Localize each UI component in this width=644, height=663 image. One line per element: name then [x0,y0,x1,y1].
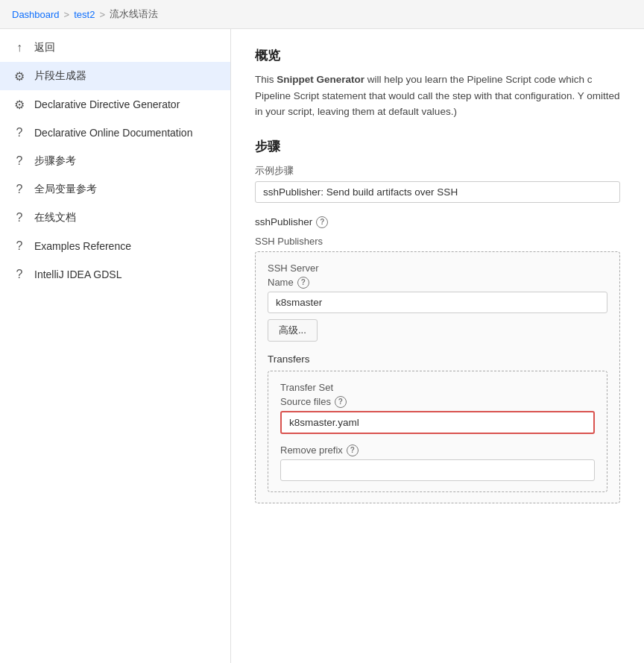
sidebar-item-label-intellij: IntelliJ IDEA GDSL [34,268,122,280]
back-icon: ↑ [12,40,27,55]
breadcrumb-sep-1: > [64,9,70,20]
ssh-publishers-section: SSH Publishers SSH Server Name ? 高级... T… [255,236,620,503]
snippet-bold: Snippet Generator [277,74,364,85]
source-files-row: Source files ? [280,396,595,408]
sidebar-item-back[interactable]: ↑ 返回 [0,34,230,62]
help-icon-global: ? [12,182,27,197]
source-files-label: Source files [280,396,331,407]
ssh-server-name-sub: Name [268,277,294,288]
sidebar-item-steps-ref[interactable]: ? 步骤参考 [0,147,230,175]
ssh-server-name-help-icon[interactable]: ? [297,277,309,289]
steps-title: 步骤 [255,138,620,155]
sidebar-item-label-directive: Declarative Directive Generator [34,98,180,110]
step-section: 示例步骤 sshPublisher: Send build artifacts … [255,164,620,203]
breadcrumb-dashboard[interactable]: Dashboard [12,9,60,20]
ssh-publishers-title: SSH Publishers [255,236,620,247]
sidebar-item-label-snippet: 片段生成器 [34,69,86,83]
ssh-server-label: SSH Server [268,263,319,274]
sidebar: ↑ 返回 ⚙ 片段生成器 ⚙ Declarative Directive Gen… [0,29,231,663]
overview-text: This Snippet Generator will help you lea… [255,72,620,120]
sidebar-item-intellij[interactable]: ? IntelliJ IDEA GDSL [0,260,230,289]
sidebar-item-declarative-directive[interactable]: ⚙ Declarative Directive Generator [0,90,230,119]
ssh-server-name-sub-row: Name ? [268,277,607,289]
source-files-help-icon[interactable]: ? [335,396,347,408]
help-icon-steps: ? [12,154,27,169]
gear-icon-directive: ⚙ [12,97,27,112]
ssh-publisher-help-icon[interactable]: ? [316,216,328,228]
remove-prefix-help-icon[interactable]: ? [347,444,359,456]
sidebar-item-label-back: 返回 [34,41,55,54]
sidebar-item-examples[interactable]: ? Examples Reference [0,232,230,260]
sidebar-item-label-online: Declarative Online Documentation [34,127,192,139]
breadcrumb: Dashboard > test2 > 流水线语法 [0,0,644,29]
sidebar-item-label-doc: 在线文档 [34,211,76,224]
advanced-button[interactable]: 高级... [268,319,318,342]
remove-prefix-label: Remove prefix [280,444,343,456]
ssh-server-name-row: SSH Server [268,263,607,274]
sidebar-item-snippet[interactable]: ⚙ 片段生成器 [0,62,230,90]
help-icon-examples: ? [12,239,27,254]
ssh-publishers-box: SSH Server Name ? 高级... Transfers Transf… [255,251,620,503]
main-content: 概览 This Snippet Generator will help you … [231,29,644,663]
sidebar-item-label-steps: 步骤参考 [34,154,76,168]
ssh-server-name-input[interactable] [268,292,607,313]
breadcrumb-test2[interactable]: test2 [74,9,95,20]
transfers-box: Transfer Set Source files ? Remove prefi… [268,371,607,492]
ssh-publisher-label-text: sshPublisher [255,216,312,227]
gear-icon-snippet: ⚙ [12,69,27,84]
breadcrumb-current: 流水线语法 [110,7,158,21]
remove-prefix-row: Remove prefix ? [280,444,595,456]
breadcrumb-sep-2: > [99,9,105,20]
transfer-set-label: Transfer Set [280,382,333,393]
sidebar-item-global-var[interactable]: ? 全局变量参考 [0,175,230,204]
help-icon-doc: ? [12,210,27,225]
step-label: 示例步骤 [255,164,620,177]
overview-title: 概览 [255,47,620,64]
sidebar-item-label-examples: Examples Reference [34,240,131,252]
transfers-title: Transfers [268,354,607,365]
sidebar-item-online-doc[interactable]: ? 在线文档 [0,204,230,232]
remove-prefix-input[interactable] [280,459,595,481]
transfer-set-row: Transfer Set [280,382,595,393]
source-files-input[interactable] [280,411,595,434]
help-icon-intellij: ? [12,267,27,282]
step-select[interactable]: sshPublisher: Send build artifacts over … [255,181,620,203]
help-icon-online: ? [12,125,27,140]
sidebar-item-label-global: 全局变量参考 [34,183,97,196]
ssh-publisher-label-row: sshPublisher ? [255,216,620,228]
sidebar-item-declarative-online[interactable]: ? Declarative Online Documentation [0,119,230,147]
